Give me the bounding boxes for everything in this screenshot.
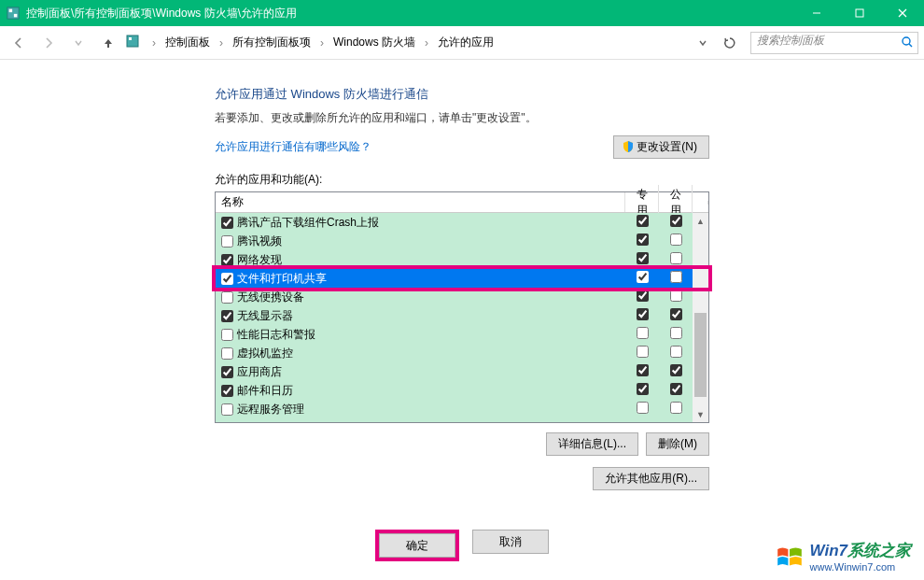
- row-name: 无线便携设备: [237, 290, 304, 305]
- row-private-checkbox[interactable]: [637, 290, 649, 302]
- row-private-checkbox[interactable]: [637, 327, 649, 339]
- toolbar: › 控制面板 › 所有控制面板项 › Windows 防火墙 › 允许的应用 搜…: [0, 26, 924, 60]
- table-row[interactable]: 网络发现: [216, 250, 708, 269]
- window-title: 控制面板\所有控制面板项\Windows 防火墙\允许的应用: [26, 6, 795, 21]
- breadcrumb[interactable]: › 控制面板 › 所有控制面板项 › Windows 防火墙 › 允许的应用: [147, 32, 715, 54]
- col-name[interactable]: 名称: [216, 192, 625, 212]
- row-name: 腾讯视频: [237, 233, 282, 249]
- row-private-checkbox[interactable]: [637, 215, 649, 227]
- svg-point-9: [903, 37, 910, 45]
- row-private-checkbox[interactable]: [637, 346, 649, 358]
- row-public-checkbox[interactable]: [670, 327, 682, 339]
- windows-flag-icon: [773, 542, 806, 572]
- row-public-checkbox[interactable]: [670, 364, 682, 376]
- search-input[interactable]: 搜索控制面板: [750, 32, 918, 54]
- row-private-checkbox[interactable]: [637, 364, 649, 376]
- scrollbar[interactable]: ▲ ▼: [693, 213, 708, 422]
- svg-rect-1: [9, 9, 13, 13]
- apps-list: 名称 专用 公用 腾讯产品下载组件Crash上报 腾讯视频 网络发现 文件和打印…: [215, 191, 709, 423]
- table-row[interactable]: 远程服务管理: [216, 400, 708, 418]
- row-enable-checkbox[interactable]: [221, 366, 233, 378]
- scroll-thumb[interactable]: [694, 313, 707, 397]
- row-public-checkbox[interactable]: [670, 308, 682, 320]
- breadcrumb-item[interactable]: 所有控制面板项: [229, 33, 315, 52]
- row-name: 性能日志和警报: [237, 327, 315, 343]
- table-row[interactable]: 虚拟机监控: [216, 344, 708, 362]
- table-row[interactable]: 腾讯视频: [216, 232, 708, 250]
- close-button[interactable]: [881, 0, 924, 26]
- risk-link[interactable]: 允许应用进行通信有哪些风险？: [215, 139, 371, 155]
- row-public-checkbox[interactable]: [670, 271, 682, 283]
- row-enable-checkbox[interactable]: [221, 254, 233, 266]
- table-row[interactable]: 无线便携设备: [216, 288, 708, 306]
- minimize-button[interactable]: [795, 0, 838, 26]
- refresh-button[interactable]: [719, 32, 741, 54]
- row-name: 虚拟机监控: [237, 346, 293, 361]
- svg-rect-7: [127, 35, 138, 47]
- row-private-checkbox[interactable]: [637, 402, 649, 414]
- page-description: 若要添加、更改或删除所允许的应用和端口，请单击"更改设置"。: [215, 110, 709, 126]
- row-public-checkbox[interactable]: [670, 402, 682, 414]
- page-title: 允许应用通过 Windows 防火墙进行通信: [215, 86, 709, 103]
- search-placeholder: 搜索控制面板: [757, 34, 824, 47]
- maximize-button[interactable]: [838, 0, 881, 26]
- row-public-checkbox[interactable]: [670, 252, 682, 264]
- search-icon: [901, 35, 914, 51]
- svg-rect-8: [129, 37, 132, 40]
- row-private-checkbox[interactable]: [637, 271, 649, 283]
- table-row[interactable]: 邮件和日历: [216, 381, 708, 400]
- breadcrumb-dropdown-icon[interactable]: [699, 36, 714, 50]
- allow-other-app-button[interactable]: 允许其他应用(R)...: [593, 467, 709, 490]
- row-public-checkbox[interactable]: [670, 215, 682, 227]
- control-panel-icon: [6, 6, 21, 21]
- col-scroll-spacer: [693, 201, 708, 205]
- scroll-up-icon[interactable]: ▲: [693, 213, 708, 229]
- main-panel: 允许应用通过 Windows 防火墙进行通信 若要添加、更改或删除所允许的应用和…: [215, 86, 709, 490]
- control-panel-small-icon: [125, 34, 140, 51]
- breadcrumb-item[interactable]: 允许的应用: [434, 33, 497, 52]
- table-row[interactable]: 无线显示器: [216, 306, 708, 325]
- row-name: 文件和打印机共享: [237, 271, 327, 287]
- row-enable-checkbox[interactable]: [221, 310, 233, 322]
- titlebar: 控制面板\所有控制面板项\Windows 防火墙\允许的应用: [0, 0, 924, 26]
- row-private-checkbox[interactable]: [637, 233, 649, 246]
- svg-rect-4: [856, 9, 863, 17]
- row-private-checkbox[interactable]: [637, 308, 649, 320]
- change-settings-button[interactable]: 更改设置(N): [613, 135, 709, 159]
- breadcrumb-item[interactable]: Windows 防火墙: [329, 33, 419, 52]
- breadcrumb-item[interactable]: 控制面板: [161, 33, 214, 52]
- row-public-checkbox[interactable]: [670, 383, 682, 395]
- details-button[interactable]: 详细信息(L)...: [546, 432, 638, 456]
- forward-button[interactable]: [35, 30, 62, 56]
- row-name: 邮件和日历: [237, 383, 293, 399]
- up-button[interactable]: [95, 30, 121, 56]
- row-enable-checkbox[interactable]: [221, 217, 233, 229]
- row-enable-checkbox[interactable]: [221, 273, 233, 285]
- list-body[interactable]: 腾讯产品下载组件Crash上报 腾讯视频 网络发现 文件和打印机共享 无线便携设…: [216, 213, 708, 422]
- row-public-checkbox[interactable]: [670, 233, 682, 246]
- scroll-down-icon[interactable]: ▼: [693, 406, 708, 422]
- ok-button[interactable]: 确定: [379, 533, 455, 558]
- row-enable-checkbox[interactable]: [221, 347, 233, 360]
- row-private-checkbox[interactable]: [637, 252, 649, 264]
- svg-line-10: [909, 44, 912, 47]
- row-enable-checkbox[interactable]: [221, 403, 233, 416]
- table-row[interactable]: 应用商店: [216, 362, 708, 381]
- row-enable-checkbox[interactable]: [221, 235, 233, 248]
- watermark-url: www.Winwin7.com: [810, 561, 911, 573]
- row-private-checkbox[interactable]: [637, 383, 649, 395]
- table-row[interactable]: 文件和打印机共享: [216, 269, 708, 288]
- table-row[interactable]: 性能日志和警报: [216, 325, 708, 344]
- row-enable-checkbox[interactable]: [221, 385, 233, 397]
- watermark: Win7系统之家 www.Winwin7.com: [773, 540, 911, 573]
- row-enable-checkbox[interactable]: [221, 329, 233, 341]
- row-public-checkbox[interactable]: [670, 290, 682, 302]
- row-enable-checkbox[interactable]: [221, 291, 233, 304]
- row-public-checkbox[interactable]: [670, 346, 682, 358]
- row-name: 应用商店: [237, 364, 282, 380]
- remove-button[interactable]: 删除(M): [646, 432, 709, 456]
- recent-dropdown-icon[interactable]: [65, 30, 91, 56]
- cancel-button[interactable]: 取消: [472, 530, 549, 554]
- table-row[interactable]: 腾讯产品下载组件Crash上报: [216, 213, 708, 232]
- back-button[interactable]: [6, 30, 32, 56]
